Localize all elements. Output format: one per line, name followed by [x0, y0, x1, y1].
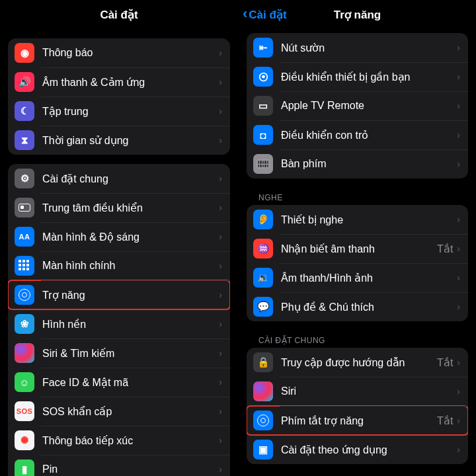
row-notifications[interactable]: ◉ Thông báo ›	[8, 38, 230, 67]
back-label: Cài đặt	[249, 8, 286, 22]
group-physical: ⇤ Nút sườn › ⦿ Điều khiển thiết bị gần b…	[247, 33, 468, 178]
row-label: Phụ đề & Chú thích	[281, 301, 457, 313]
siri-icon	[253, 381, 273, 401]
row-label: Điều khiển thiết bị gần bạn	[281, 71, 457, 83]
subtitle-icon: 💬	[253, 297, 273, 317]
hourglass-icon: ⧗	[15, 130, 34, 150]
row-value: Tắt	[437, 356, 453, 369]
row-battery[interactable]: ▮ Pin ›	[8, 455, 230, 476]
battery-icon: ▮	[15, 459, 34, 476]
row-label: Thông báo tiếp xúc	[42, 434, 219, 447]
row-label: SOS khẩn cấp	[42, 405, 219, 418]
row-audio-visual[interactable]: 🔉 Âm thanh/Hình ảnh ›	[247, 263, 468, 292]
row-pointer-control[interactable]: ◘ Điều khiển con trỏ ›	[247, 120, 468, 149]
row-accessibility-shortcut[interactable]: Phím tắt trợ năng Tắt ›	[247, 406, 468, 435]
chevron-right-icon: ›	[457, 444, 460, 455]
row-home-screen[interactable]: Màn hình chính ›	[8, 251, 230, 280]
row-focus[interactable]: ☾ Tập trung ›	[8, 97, 230, 126]
row-general[interactable]: ⚙ Cài đặt chung ›	[8, 164, 230, 193]
row-value: Tắt	[437, 243, 453, 255]
chevron-right-icon: ›	[457, 357, 460, 368]
row-guided-access[interactable]: 🔒 Truy cập được hướng dẫn Tắt ›	[247, 348, 468, 377]
row-wallpaper[interactable]: ❀ Hình nền ›	[8, 309, 230, 338]
row-label: Nút sườn	[281, 42, 457, 54]
row-subtitles[interactable]: 💬 Phụ đề & Chú thích ›	[247, 292, 468, 321]
chevron-right-icon: ›	[219, 290, 222, 300]
content: ◉ Thông báo › 🔊 Âm thanh & Cảm ứng › ☾ T…	[0, 38, 238, 476]
faceid-icon: ☺	[15, 372, 34, 392]
row-siri[interactable]: Siri & Tìm kiếm ›	[8, 338, 230, 368]
header: Cài đặt	[0, 0, 238, 29]
row-appletv-remote[interactable]: ▭ Apple TV Remote ›	[247, 91, 468, 120]
chevron-right-icon: ›	[219, 464, 222, 475]
siri-icon	[15, 343, 34, 363]
lock-icon: 🔒	[253, 352, 273, 372]
row-screentime[interactable]: ⧗ Thời gian sử dụng ›	[8, 126, 230, 155]
row-label: Điều khiển con trỏ	[281, 129, 457, 141]
chevron-right-icon: ›	[219, 348, 222, 358]
flower-icon: ❀	[15, 314, 34, 334]
chevron-right-icon: ›	[219, 377, 222, 387]
row-label: Thiết bị nghe	[281, 214, 457, 226]
broadcast-icon: ⦿	[253, 67, 273, 87]
page-title: Cài đặt	[100, 8, 138, 22]
wave-icon: ♒	[253, 239, 273, 258]
chevron-right-icon: ›	[457, 159, 460, 169]
chevron-left-icon: ‹	[243, 7, 247, 21]
chevron-right-icon: ›	[457, 243, 460, 254]
exposure-icon: ✺	[15, 430, 34, 450]
toggles-icon	[15, 198, 34, 218]
row-exposure[interactable]: ✺ Thông báo tiếp xúc ›	[8, 426, 230, 455]
row-hearing-devices[interactable]: 👂 Thiết bị nghe ›	[247, 205, 468, 234]
row-value: Tắt	[437, 415, 453, 427]
chevron-right-icon: ›	[219, 135, 222, 145]
row-label: Siri & Tìm kiếm	[42, 347, 219, 360]
row-side-button[interactable]: ⇤ Nút sườn ›	[247, 33, 468, 62]
row-label: Tập trung	[42, 105, 219, 118]
row-label: Truy cập được hướng dẫn	[281, 356, 437, 369]
chevron-right-icon: ›	[219, 106, 222, 116]
row-display[interactable]: AA Màn hình & Độ sáng ›	[8, 222, 230, 251]
row-nearby-control[interactable]: ⦿ Điều khiển thiết bị gần bạn ›	[247, 62, 468, 91]
row-label: Âm thanh & Cảm ứng	[42, 76, 219, 89]
settings-root-panel: Cài đặt ◉ Thông báo › 🔊 Âm thanh & Cảm ứ…	[0, 0, 238, 476]
row-label: Phím tắt trợ năng	[281, 415, 437, 427]
row-label: Hình nền	[42, 318, 219, 331]
side-button-icon: ⇤	[253, 38, 273, 58]
chevron-right-icon: ›	[457, 415, 460, 426]
row-faceid[interactable]: ☺ Face ID & Mật mã ›	[8, 368, 230, 397]
app-plus-icon: ▣	[253, 440, 273, 459]
sos-icon: SOS	[15, 401, 34, 421]
chevron-right-icon: ›	[457, 100, 460, 111]
row-label: Cài đặt theo ứng dụng	[281, 444, 457, 456]
row-control-center[interactable]: Trung tâm điều khiển ›	[8, 193, 230, 222]
row-label: Face ID & Mật mã	[42, 376, 219, 389]
grid-icon	[15, 256, 34, 276]
row-sound-recognition[interactable]: ♒ Nhận biết âm thanh Tắt ›	[247, 234, 468, 263]
remote-icon: ▭	[253, 96, 273, 116]
header: ‹ Cài đặt Trợ năng	[239, 0, 476, 29]
chevron-right-icon: ›	[219, 48, 222, 58]
row-per-app-settings[interactable]: ▣ Cài đặt theo ứng dụng ›	[247, 435, 468, 464]
group-general: ⚙ Cài đặt chung › Trung tâm điều khiển ›…	[8, 164, 230, 476]
section-header-hearing: NGHE	[258, 193, 465, 202]
audio-icon: 🔉	[253, 268, 273, 288]
row-label: Màn hình chính	[42, 260, 219, 272]
row-keyboards[interactable]: Bàn phím ›	[247, 149, 468, 178]
section-header-general: CÀI ĐẶT CHUNG	[258, 336, 465, 345]
row-accessibility[interactable]: Trợ năng ›	[8, 280, 230, 309]
chevron-right-icon: ›	[457, 214, 460, 225]
group-notifications: ◉ Thông báo › 🔊 Âm thanh & Cảm ứng › ☾ T…	[8, 38, 230, 155]
row-label: Âm thanh/Hình ảnh	[281, 272, 457, 284]
back-button[interactable]: ‹ Cài đặt	[243, 0, 287, 29]
row-label: Thời gian sử dụng	[42, 134, 219, 147]
row-sos[interactable]: SOS SOS khẩn cấp ›	[8, 397, 230, 426]
chevron-right-icon: ›	[219, 319, 222, 329]
row-sounds[interactable]: 🔊 Âm thanh & Cảm ứng ›	[8, 67, 230, 97]
text-size-icon: AA	[15, 227, 34, 247]
row-label: Thông báo	[42, 47, 219, 59]
chevron-right-icon: ›	[457, 272, 460, 283]
row-label: Apple TV Remote	[281, 100, 457, 112]
chevron-right-icon: ›	[219, 406, 222, 416]
row-siri[interactable]: Siri ›	[247, 377, 468, 406]
